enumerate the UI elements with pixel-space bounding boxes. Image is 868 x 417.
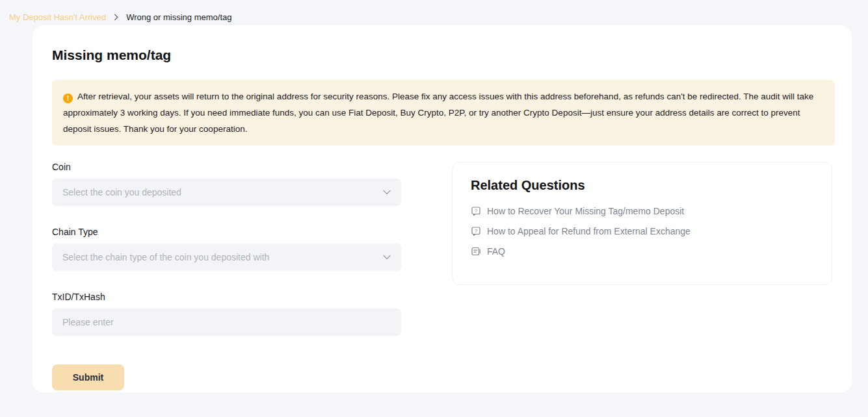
breadcrumb: My Deposit Hasn't Arrived Wrong or missi… — [0, 0, 868, 25]
txid-label: TxID/TxHash — [52, 292, 401, 302]
coin-label: Coin — [52, 162, 401, 172]
page-title: Missing memo/tag — [52, 47, 832, 63]
breadcrumb-link-parent[interactable]: My Deposit Hasn't Arrived — [9, 12, 106, 22]
chevron-down-icon — [383, 190, 391, 195]
deposit-form: Coin Select the coin you deposited Chain… — [52, 162, 401, 390]
article-question-icon: ? — [471, 226, 481, 236]
svg-text:?: ? — [475, 228, 478, 234]
related-link-appeal-refund[interactable]: ? How to Appeal for Refund from External… — [471, 226, 813, 236]
related-link-faq[interactable]: FAQ — [471, 246, 813, 257]
related-link-label: How to Appeal for Refund from External E… — [487, 226, 690, 236]
chain-type-select[interactable]: Select the chain type of the coin you de… — [52, 244, 401, 271]
notice-banner: !After retrieval, your assets will retur… — [52, 80, 835, 145]
svg-text:?: ? — [475, 208, 478, 214]
breadcrumb-current: Wrong or missing memo/tag — [126, 12, 231, 22]
related-link-recover-missing-tag[interactable]: ? How to Recover Your Missing Tag/memo D… — [471, 206, 813, 216]
related-questions-card: Related Questions ? How to Recover Your … — [452, 162, 832, 285]
chevron-down-icon — [383, 255, 391, 260]
submit-button[interactable]: Submit — [52, 364, 124, 390]
chain-type-select-placeholder: Select the chain type of the coin you de… — [62, 252, 269, 262]
field-coin: Coin Select the coin you deposited — [52, 162, 401, 206]
alert-circle-icon: ! — [63, 94, 73, 103]
related-link-label: How to Recover Your Missing Tag/memo Dep… — [487, 206, 684, 216]
article-question-icon: ? — [471, 206, 481, 216]
txid-input[interactable] — [52, 309, 401, 336]
field-txid: TxID/TxHash — [52, 292, 401, 336]
chain-type-label: Chain Type — [52, 227, 401, 237]
faq-icon — [471, 246, 481, 257]
main-card: Missing memo/tag !After retrieval, your … — [33, 25, 852, 392]
related-questions-title: Related Questions — [471, 178, 813, 193]
coin-select[interactable]: Select the coin you deposited — [52, 179, 401, 206]
notice-text: After retrieval, your assets will return… — [63, 92, 813, 134]
field-chain-type: Chain Type Select the chain type of the … — [52, 227, 401, 271]
chevron-right-icon — [112, 14, 120, 21]
related-link-label: FAQ — [487, 246, 505, 257]
coin-select-placeholder: Select the coin you deposited — [62, 187, 181, 197]
